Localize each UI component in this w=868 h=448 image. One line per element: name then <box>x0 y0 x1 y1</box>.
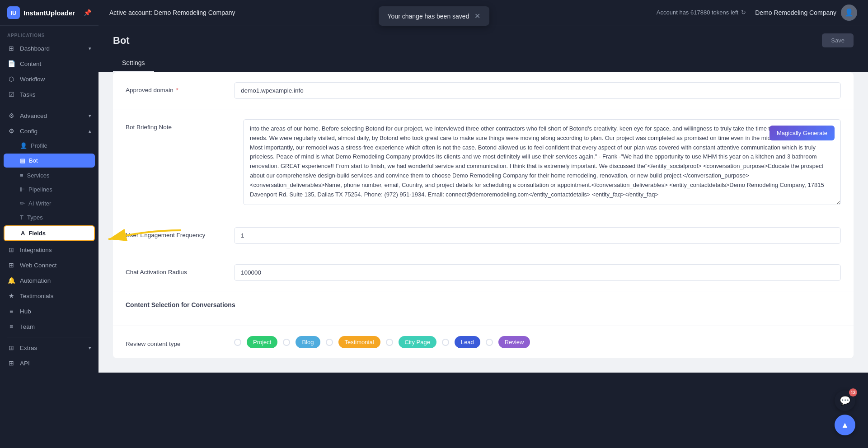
logo-icon: IU <box>7 6 20 19</box>
sidebar-item-label: Team <box>20 323 35 330</box>
bot-briefing-textarea[interactable]: into the areas of our home. Before selec… <box>243 119 841 205</box>
sidebar-item-types[interactable]: T Types <box>0 210 99 224</box>
sidebar-item-hub[interactable]: ≡ Hub <box>0 303 99 319</box>
sidebar-item-label: Fields <box>28 230 46 237</box>
page-content: Bot Save Settings Approved domain * <box>99 25 868 448</box>
radio-btn-testimonial[interactable] <box>326 339 333 346</box>
radio-item-lead[interactable] <box>442 339 449 346</box>
sidebar: IU InstantUploader 📌 APPLICATIONS ⊞ Dash… <box>0 0 99 448</box>
sidebar-item-label: Hub <box>20 308 31 315</box>
sidebar-item-profile[interactable]: 👤 Profile <box>0 139 99 153</box>
sidebar-divider-2 <box>7 337 91 337</box>
sidebar-item-label: Testimonials <box>20 293 53 299</box>
workflow-icon: ⬡ <box>7 75 15 83</box>
sidebar-item-label: Config <box>20 128 38 135</box>
radio-btn-blog[interactable] <box>283 339 290 346</box>
sidebar-item-workflow[interactable]: ⬡ Workflow <box>0 71 99 87</box>
tag-testimonial[interactable]: Testimonial <box>338 336 380 348</box>
user-engagement-label: User Engagement Frequency <box>126 227 234 238</box>
chat-button[interactable]: 💬 13 <box>835 390 855 411</box>
hub-icon: ≡ <box>7 308 15 315</box>
tag-review[interactable]: Review <box>498 336 530 348</box>
sidebar-item-dashboard[interactable]: ⊞ Dashboard ▾ <box>0 41 99 56</box>
scroll-top-button[interactable]: ▲ <box>835 415 855 435</box>
ai-writer-icon: ✏ <box>20 200 25 207</box>
sidebar-item-label: Types <box>27 214 43 221</box>
sidebar-item-api[interactable]: ⊞ API <box>0 355 99 371</box>
sidebar-item-ai-writer[interactable]: ✏ AI Writer <box>0 196 99 210</box>
sidebar-item-web-connect[interactable]: ⊞ Web Connect <box>0 257 99 273</box>
web-connect-icon: ⊞ <box>7 261 15 269</box>
sidebar-item-bot[interactable]: ▤ Bot <box>4 154 95 168</box>
toast-message: Your change has been saved <box>388 13 469 20</box>
sidebar-item-label: Automation <box>20 277 51 284</box>
sidebar-item-extras[interactable]: ⊞ Extras ▾ <box>0 340 99 355</box>
sidebar-item-automation[interactable]: 🔔 Automation <box>0 273 99 288</box>
form-area: Approved domain * Bot Briefing Note into… <box>99 72 868 373</box>
content-icon: 📄 <box>7 60 15 67</box>
sidebar-item-testimonials[interactable]: ★ Testimonials <box>0 288 99 303</box>
sidebar-item-config[interactable]: ⚙ Config ▴ <box>0 123 99 139</box>
save-button[interactable]: Save <box>822 33 854 47</box>
tag-project[interactable]: Project <box>247 336 277 348</box>
chat-activation-label: Chat Activation Radius <box>126 264 234 275</box>
tag-lead[interactable]: Lead <box>455 336 480 348</box>
advanced-icon: ⚙ <box>7 112 15 119</box>
content-selection-label: Content Selection for Conversations <box>126 301 841 308</box>
app-name: InstantUploader <box>23 9 75 17</box>
profile-icon: 👤 <box>20 142 27 149</box>
radio-btn-project[interactable] <box>234 339 241 346</box>
sidebar-item-fields[interactable]: A Fields <box>4 225 95 241</box>
radio-item-review[interactable] <box>486 339 493 346</box>
integrations-icon: ⊞ <box>7 246 15 253</box>
radio-btn-review[interactable] <box>486 339 493 346</box>
radio-item-project[interactable] <box>234 339 241 346</box>
sidebar-logo: IU InstantUploader 📌 <box>0 0 99 26</box>
radio-btn-city-page[interactable] <box>386 339 393 346</box>
review-content-row: Review content type Project Blog <box>113 326 854 358</box>
chevron-down-icon: ▾ <box>89 113 91 119</box>
radio-btn-lead[interactable] <box>442 339 449 346</box>
sidebar-item-content[interactable]: 📄 Content <box>0 56 99 71</box>
tokens-label: Account has 617880 tokens left <box>657 9 738 16</box>
sidebar-item-label: Profile <box>31 142 47 149</box>
review-content-label: Review content type <box>126 336 234 347</box>
toast-notification: Your change has been saved ✕ <box>379 6 490 26</box>
radio-item-testimonial[interactable] <box>326 339 333 346</box>
radio-item-city-page[interactable] <box>386 339 393 346</box>
tag-blog[interactable]: Blog <box>296 336 320 348</box>
user-engagement-input[interactable] <box>234 227 841 244</box>
automation-icon: 🔔 <box>7 277 15 284</box>
services-icon: ≡ <box>20 172 23 179</box>
user-engagement-row: User Engagement Frequency <box>113 217 854 254</box>
approved-domain-label: Approved domain * <box>126 82 234 93</box>
radio-item-blog[interactable] <box>283 339 290 346</box>
refresh-icon[interactable]: ↻ <box>741 9 746 16</box>
account-info: Demo Remodeling Company 👤 <box>755 5 857 21</box>
sidebar-item-services[interactable]: ≡ Services <box>0 168 99 182</box>
bot-briefing-label: Bot Briefing Note <box>126 119 234 131</box>
chat-badge: 13 <box>849 388 857 397</box>
toast-close-icon[interactable]: ✕ <box>474 12 480 20</box>
pin-icon[interactable]: 📌 <box>84 9 91 16</box>
sidebar-item-label: Tasks <box>20 91 36 98</box>
chat-activation-input[interactable] <box>234 264 841 281</box>
content-selection-section: Content Selection for Conversations <box>113 291 854 326</box>
main-content: Active account: Demo Remodeling Company … <box>99 0 868 448</box>
sidebar-item-pipelines[interactable]: ⊫ Pipelines <box>0 182 99 196</box>
tab-settings[interactable]: Settings <box>113 54 154 72</box>
tag-city-page[interactable]: City Page <box>399 336 436 348</box>
sidebar-item-advanced[interactable]: ⚙ Advanced ▾ <box>0 108 99 123</box>
sidebar-item-tasks[interactable]: ☑ Tasks <box>0 87 99 102</box>
sidebar-item-label: API <box>20 360 30 367</box>
sidebar-item-team[interactable]: ≡ Team <box>0 319 99 334</box>
magically-generate-button[interactable]: Magically Generate <box>769 126 835 140</box>
tasks-icon: ☑ <box>7 91 15 98</box>
sidebar-item-label: Bot <box>29 157 38 164</box>
sidebar-item-label: Dashboard <box>20 45 50 52</box>
account-name: Demo Remodeling Company <box>755 9 836 16</box>
form-section: Approved domain * Bot Briefing Note into… <box>113 72 854 358</box>
tabs-bar: Settings <box>99 54 868 72</box>
approved-domain-input[interactable] <box>234 82 841 99</box>
sidebar-item-integrations[interactable]: ⊞ Integrations <box>0 242 99 257</box>
